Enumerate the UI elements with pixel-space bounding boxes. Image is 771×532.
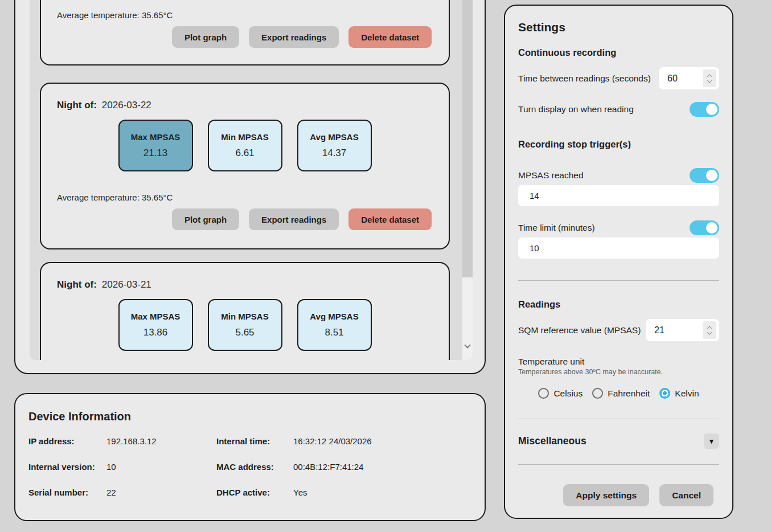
divider — [518, 280, 719, 281]
radio-fahrenheit-label: Fahrenheit — [608, 388, 650, 399]
export-readings-button[interactable]: Export readings — [249, 208, 339, 230]
radio-kelvin-label: Kelvin — [675, 388, 699, 399]
scrollbar-track[interactable] — [462, 0, 473, 360]
mac-address-label: MAC address: — [216, 462, 293, 472]
delete-dataset-button[interactable]: Delete dataset — [348, 26, 432, 48]
stat-value: 14.37 — [322, 148, 347, 159]
radio-unchecked-icon[interactable] — [592, 388, 603, 399]
display-on-when-reading-label: Turn display on when reading — [518, 104, 634, 114]
divider — [518, 419, 719, 419]
readings-heading: Readings — [518, 299, 719, 310]
mpsas-reached-input[interactable] — [518, 185, 719, 206]
serial-number-value: 22 — [106, 488, 216, 497]
ip-address-value: 192.168.3.12 — [106, 436, 216, 446]
avg-mpsas-box[interactable]: Avg MPSAS 8.51 — [297, 299, 372, 351]
stat-value: 6.61 — [235, 148, 254, 159]
radio-unchecked-icon[interactable] — [538, 388, 549, 399]
plot-graph-button[interactable]: Plot graph — [172, 208, 239, 230]
datasets-scroll-area[interactable]: Average temperature: 35.65°C Plot graph … — [30, 0, 473, 360]
night-of-date: 2026-03-21 — [102, 279, 151, 290]
night-of-title: Night of:2026-03-21 — [57, 279, 433, 290]
mpsas-reached-toggle[interactable] — [690, 168, 719, 183]
time-between-readings-value: 60 — [667, 73, 678, 84]
mpsas-reached-label: MPSAS reached — [518, 170, 584, 181]
stat-label: Max MPSAS — [131, 132, 181, 142]
average-temperature-text: Average temperature: 35.65°C — [57, 193, 433, 202]
sqm-reference-value: 21 — [654, 325, 665, 335]
miscellaneous-heading: Miscellaneous — [518, 435, 587, 447]
divider — [518, 464, 719, 465]
stat-label: Min MPSAS — [221, 132, 268, 142]
settings-title: Settings — [518, 21, 719, 34]
radio-checked-icon[interactable] — [659, 388, 670, 399]
avg-mpsas-box[interactable]: Avg MPSAS 14.37 — [297, 120, 372, 171]
dhcp-active-label: DHCP active: — [216, 488, 293, 497]
time-limit-input[interactable] — [518, 238, 719, 259]
time-between-readings-label: Time between readings (seconds) — [518, 73, 651, 84]
stat-value: 8.51 — [325, 327, 343, 338]
average-temperature-text: Average temperature: 35.65°C — [57, 10, 433, 20]
dataset-card: Average temperature: 35.65°C Plot graph … — [40, 0, 450, 66]
stat-label: Min MPSAS — [221, 312, 268, 321]
time-between-readings-input[interactable]: 60 — [659, 67, 719, 89]
recording-stop-triggers-heading: Recording stop trigger(s) — [518, 139, 719, 150]
stat-label: Max MPSAS — [131, 312, 181, 321]
night-of-title: Night of:2026-03-22 — [57, 100, 433, 111]
temperature-unit-note: Temperatures above 30ºC may be inaccurat… — [518, 368, 719, 376]
stat-label: Avg MPSAS — [310, 312, 358, 321]
time-limit-toggle[interactable] — [690, 220, 719, 235]
apply-settings-button[interactable]: Apply settings — [563, 484, 649, 506]
sqm-reference-label: SQM reference value (MPSAS) — [518, 325, 641, 335]
display-on-toggle[interactable] — [690, 102, 719, 117]
internal-version-label: Internal version: — [28, 462, 106, 472]
dhcp-active-value: Yes — [293, 488, 485, 497]
min-mpsas-box[interactable]: Min MPSAS 5.65 — [208, 299, 282, 351]
miscellaneous-expand-button[interactable]: ▼ — [704, 433, 719, 449]
mac-address-value: 00:4B:12:F7:41:24 — [293, 462, 485, 472]
internal-time-label: Internal time: — [216, 436, 293, 446]
night-of-date: 2026-03-22 — [102, 100, 151, 111]
delete-dataset-button[interactable]: Delete dataset — [348, 208, 432, 230]
temperature-unit-label: Temperature unit — [518, 357, 719, 367]
max-mpsas-box[interactable]: Max MPSAS 13.86 — [118, 299, 193, 351]
ip-address-label: IP address: — [28, 436, 106, 446]
radio-celsius[interactable]: Celsius — [538, 388, 583, 399]
triangle-down-icon: ▼ — [708, 437, 715, 445]
scrollbar-thumb[interactable] — [462, 0, 473, 277]
plot-graph-button[interactable]: Plot graph — [172, 26, 239, 48]
max-mpsas-box[interactable]: Max MPSAS 21.13 — [118, 120, 193, 171]
dataset-card: Night of:2026-03-22 Max MPSAS 21.13 Min … — [40, 83, 450, 249]
cancel-button[interactable]: Cancel — [659, 484, 713, 506]
serial-number-label: Serial number: — [28, 488, 106, 497]
radio-kelvin[interactable]: Kelvin — [659, 388, 699, 399]
number-spinner-icon[interactable] — [703, 69, 716, 87]
night-of-label: Night of: — [57, 279, 97, 290]
internal-version-value: 10 — [106, 462, 216, 472]
scrollbar-down-icon[interactable] — [464, 342, 470, 348]
min-mpsas-box[interactable]: Min MPSAS 6.61 — [208, 120, 282, 171]
number-spinner-icon[interactable] — [703, 321, 716, 339]
continuous-recording-heading: Continuous recording — [518, 47, 719, 58]
export-readings-button[interactable]: Export readings — [249, 26, 339, 48]
time-limit-label: Time limit (minutes) — [518, 223, 595, 233]
device-information-title: Device Information — [28, 410, 485, 423]
stat-value: 5.65 — [235, 327, 254, 338]
radio-fahrenheit[interactable]: Fahrenheit — [592, 388, 650, 399]
stat-label: Avg MPSAS — [310, 132, 358, 142]
internal-time-value: 16:32:12 24/03/2026 — [293, 436, 485, 446]
night-of-label: Night of: — [57, 100, 97, 111]
settings-panel: Settings Continuous recording Time betwe… — [504, 5, 733, 519]
dataset-card: Night of:2026-03-21 Max MPSAS 13.86 Min … — [40, 262, 450, 360]
sqm-reference-input[interactable]: 21 — [646, 319, 719, 341]
stat-value: 21.13 — [143, 148, 168, 159]
device-information-panel: Device Information IP address: 192.168.3… — [14, 393, 486, 521]
radio-celsius-label: Celsius — [553, 388, 583, 399]
stat-value: 13.86 — [143, 327, 168, 338]
